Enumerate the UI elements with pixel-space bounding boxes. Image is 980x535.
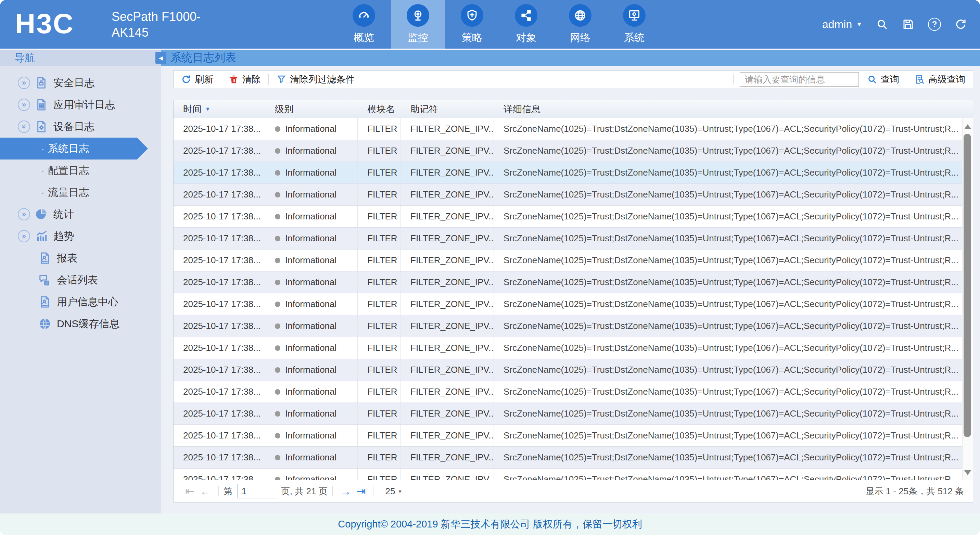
column-header-模块名[interactable]: 模块名 <box>358 100 401 118</box>
cell-mnemonic: FILTER_ZONE_IPV... <box>401 293 494 315</box>
expand-icon[interactable]: » <box>18 76 30 89</box>
table-row[interactable]: 2025-10-17 17:38...InformationalFILTERFI… <box>173 271 973 293</box>
pie-icon <box>35 208 48 221</box>
tab-策略[interactable]: 策略 <box>445 0 499 49</box>
sidebar-item-用户信息中心[interactable]: 用户信息中心 <box>0 291 161 313</box>
cell-module: FILTER <box>358 359 401 381</box>
cell-time: 2025-10-17 17:38... <box>173 228 265 249</box>
refresh-button[interactable]: 刷新 <box>180 73 215 86</box>
copyright-text: Copyright© 2004-2019 新华三技术有限公司 版权所有，保留一切… <box>338 517 642 531</box>
table-row[interactable]: 2025-10-17 17:38...InformationalFILTERFI… <box>173 184 973 206</box>
level-dot-icon <box>275 126 280 132</box>
page-size-select[interactable]: 25 ▾ <box>385 486 401 497</box>
table-row[interactable]: 2025-10-17 17:38...InformationalFILTERFI… <box>173 162 973 184</box>
cell-time: 2025-10-17 17:38... <box>173 468 265 480</box>
tab-系统[interactable]: 系统 <box>607 0 661 49</box>
search-icon[interactable] <box>876 18 888 30</box>
cell-detail: SrcZoneName(1025)=Trust;DstZoneName(1035… <box>494 359 973 381</box>
table-row[interactable]: 2025-10-17 17:38...InformationalFILTERFI… <box>173 468 973 480</box>
pagination-bar: ⇤ ← 第 页, 共 21 页 → ⇥ 25 ▾ <box>173 480 973 502</box>
sidebar-collapse-button[interactable]: ◀ <box>155 52 166 64</box>
scroll-down-icon[interactable] <box>964 470 971 475</box>
column-header-级别[interactable]: 级别 <box>265 100 358 118</box>
sidebar-item-label: 用户信息中心 <box>57 295 118 309</box>
table-row[interactable]: 2025-10-17 17:38...InformationalFILTERFI… <box>173 250 973 271</box>
toolbar: 刷新 清除 清除列过滤条件 <box>173 70 973 88</box>
toolbar-divider <box>268 74 269 84</box>
expand-icon[interactable]: » <box>18 99 30 111</box>
cell-detail: SrcZoneName(1025)=Trust;DstZoneName(1035… <box>494 250 973 271</box>
help-icon[interactable]: ? <box>928 18 941 31</box>
sidebar-item-流量日志[interactable]: ·流量日志 <box>0 182 161 203</box>
query-button[interactable]: 查询 <box>865 73 900 86</box>
table-row[interactable]: 2025-10-17 17:38...InformationalFILTERFI… <box>173 381 973 403</box>
sidebar-item-DNS缓存信息[interactable]: DNS缓存信息 <box>0 313 161 335</box>
first-page-icon[interactable]: ⇤ <box>183 486 197 497</box>
cell-level: Informational <box>265 337 358 359</box>
last-page-icon[interactable]: ⇥ <box>354 486 369 497</box>
cell-module: FILTER <box>358 271 401 293</box>
table-row[interactable]: 2025-10-17 17:38...InformationalFILTERFI… <box>173 315 973 337</box>
cell-level: Informational <box>265 447 358 468</box>
page-number-input[interactable] <box>237 484 276 498</box>
clear-filter-button[interactable]: 清除列过滤条件 <box>275 73 356 86</box>
table-row[interactable]: 2025-10-17 17:38...InformationalFILTERFI… <box>173 228 973 250</box>
table-scrollbar[interactable] <box>962 118 973 480</box>
sidebar-item-应用审计日志[interactable]: »应用审计日志 <box>0 94 161 116</box>
column-header-助记符[interactable]: 助记符 <box>401 100 494 118</box>
table-row[interactable]: 2025-10-17 17:38...InformationalFILTERFI… <box>173 140 973 162</box>
sidebar-item-会话列表[interactable]: 会话列表 <box>0 269 161 291</box>
tab-网络[interactable]: 网络 <box>553 0 607 49</box>
share-icon <box>520 9 533 22</box>
search-input[interactable] <box>740 72 859 87</box>
table-row[interactable]: 2025-10-17 17:38...InformationalFILTERFI… <box>173 447 973 468</box>
advanced-query-button[interactable]: 高级查询 <box>913 73 967 86</box>
sidebar-item-label: 安全日志 <box>53 76 94 90</box>
sidebar-item-设备日志[interactable]: »设备日志 <box>0 116 161 138</box>
table-row[interactable]: 2025-10-17 17:38...InformationalFILTERFI… <box>173 293 973 315</box>
trash-icon <box>229 74 239 84</box>
table-row[interactable]: 2025-10-17 17:38...InformationalFILTERFI… <box>173 118 973 140</box>
scroll-up-icon[interactable] <box>964 124 971 129</box>
sidebar-item-报表[interactable]: 报表 <box>0 247 161 269</box>
table-row[interactable]: 2025-10-17 17:38...InformationalFILTERFI… <box>173 337 973 359</box>
tab-监控[interactable]: 监控 <box>391 0 445 49</box>
sidebar-item-趋势[interactable]: »趋势 <box>0 225 161 247</box>
collapse-icon[interactable]: » <box>18 121 30 133</box>
page-title: 系统日志列表 <box>161 50 980 66</box>
save-icon[interactable] <box>902 18 914 30</box>
sidebar-item-安全日志[interactable]: »安全日志 <box>0 72 161 94</box>
expand-icon[interactable]: » <box>18 208 30 220</box>
prev-page-icon[interactable]: ← <box>197 486 213 497</box>
cell-module: FILTER <box>358 403 401 424</box>
sidebar-item-系统日志[interactable]: ·系统日志 <box>0 138 148 159</box>
user-menu[interactable]: admin ▼ <box>822 18 862 31</box>
tab-概览[interactable]: 概览 <box>337 0 391 49</box>
expand-icon[interactable]: » <box>18 230 30 242</box>
scrollbar-thumb[interactable] <box>964 134 971 437</box>
cell-detail: SrcZoneName(1025)=Trust;DstZoneName(1035… <box>494 162 973 183</box>
chevron-down-icon: ▾ <box>398 488 401 495</box>
tab-对象[interactable]: 对象 <box>499 0 553 49</box>
clear-button[interactable]: 清除 <box>227 73 262 86</box>
sidebar-item-label: 统计 <box>53 207 74 221</box>
column-header-详细信息[interactable]: 详细信息 <box>494 100 973 118</box>
cell-level: Informational <box>265 140 358 162</box>
table-row[interactable]: 2025-10-17 17:38...InformationalFILTERFI… <box>173 359 973 381</box>
level-dot-icon <box>275 236 280 241</box>
logout-icon[interactable] <box>955 18 967 30</box>
username: admin <box>822 18 852 31</box>
column-header-时间[interactable]: 时间▼ <box>173 100 265 118</box>
table-row[interactable]: 2025-10-17 17:38...InformationalFILTERFI… <box>173 425 973 447</box>
cell-module: FILTER <box>358 184 401 205</box>
table-row[interactable]: 2025-10-17 17:38...InformationalFILTERFI… <box>173 403 973 425</box>
sidebar-item-统计[interactable]: »统计 <box>0 203 161 225</box>
advanced-query-icon <box>915 74 925 84</box>
next-page-icon[interactable]: → <box>337 486 354 497</box>
sidebar-item-配置日志[interactable]: ·配置日志 <box>0 159 161 182</box>
table-body: 2025-10-17 17:38...InformationalFILTERFI… <box>173 118 973 480</box>
level-dot-icon <box>275 323 280 329</box>
table-row[interactable]: 2025-10-17 17:38...InformationalFILTERFI… <box>173 206 973 228</box>
cell-time: 2025-10-17 17:38... <box>173 271 265 293</box>
tab-label: 策略 <box>462 31 482 45</box>
